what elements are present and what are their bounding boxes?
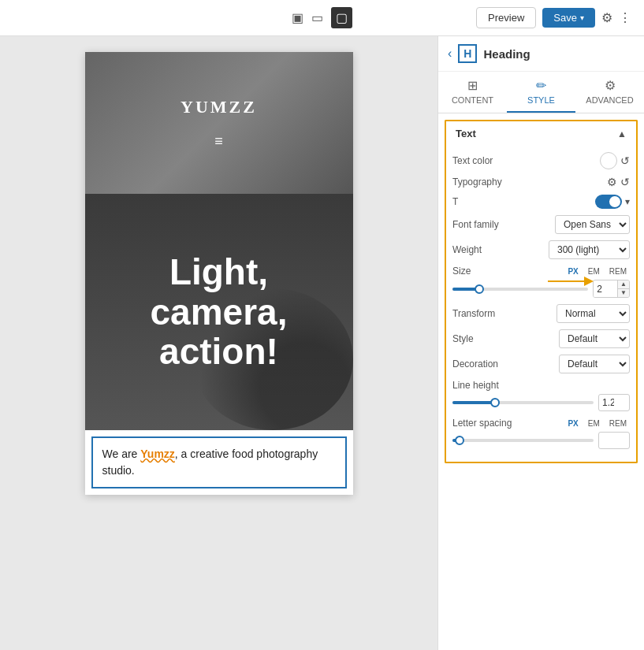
panel-tabs: ⊞ CONTENT ✏ STYLE ⚙ ADVANCED [438, 72, 644, 113]
tab-style[interactable]: ✏ STYLE [507, 72, 575, 113]
text-color-row: Text color ↺ [452, 152, 630, 169]
text-section-header: Text ▲ [445, 120, 638, 146]
section-collapse-icon[interactable]: ▲ [617, 128, 627, 139]
transform-label: Transform [452, 308, 516, 319]
canvas-area: YUMZZ ≡ Light,camera,action! We are Yumz… [0, 36, 437, 650]
ls-unit-rem[interactable]: REM [606, 418, 630, 429]
size-row-top: Size PX EM REM [452, 266, 630, 277]
unit-group: PX EM REM [564, 266, 630, 277]
style-tab-label: STYLE [527, 95, 555, 105]
preview-button[interactable]: Preview [476, 7, 536, 28]
decoration-label: Decoration [452, 358, 516, 370]
device-icons: ▣ ▭ ▢ [292, 7, 352, 28]
font-family-select[interactable]: Open Sans Arial Georgia [555, 215, 630, 234]
size-row: Size PX EM REM [452, 266, 630, 298]
letter-spacing-slider[interactable] [452, 439, 594, 442]
ls-unit-em[interactable]: EM [585, 418, 603, 429]
typography-controls: ⚙ ↺ [520, 176, 630, 188]
size-label: Size [452, 266, 516, 277]
mobile-caption: We are Yumzz, a creative food photograph… [91, 436, 347, 488]
typography-gear-icon[interactable]: ⚙ [607, 176, 617, 188]
toggle-label: T [452, 196, 516, 207]
tab-advanced[interactable]: ⚙ ADVANCED [575, 72, 644, 113]
reset-typography-icon[interactable]: ↺ [620, 176, 630, 188]
save-chevron: ▾ [580, 13, 584, 22]
panel-header: ‹ H Heading [438, 36, 644, 72]
font-family-row: Font family Open Sans Arial Georgia [452, 215, 630, 234]
settings-icon[interactable]: ⚙ [601, 10, 612, 25]
size-input-wrapper: ▲ ▼ [593, 280, 630, 298]
typography-label: Typography [452, 176, 516, 188]
color-picker[interactable] [600, 152, 617, 169]
right-controls: Preview Save ▾ ⚙ ⋮ [476, 7, 631, 28]
letter-spacing-input[interactable] [598, 432, 630, 449]
save-button[interactable]: Save ▾ [542, 8, 595, 28]
font-family-label: Font family [452, 219, 516, 230]
brand-name: Yumzz [140, 448, 175, 460]
mobile-frame: YUMZZ ≡ Light,camera,action! We are Yumz… [85, 52, 353, 495]
toggle-controls: ▾ [520, 195, 630, 209]
advanced-tab-label: ADVANCED [586, 95, 633, 105]
top-toolbar: ▣ ▭ ▢ Preview Save ▾ ⚙ ⋮ [0, 0, 644, 36]
chevron-down-icon[interactable]: ▾ [625, 196, 630, 207]
size-number-input[interactable] [594, 281, 617, 297]
tab-content[interactable]: ⊞ CONTENT [438, 72, 507, 113]
ls-unit-px[interactable]: PX [564, 418, 581, 429]
unit-em[interactable]: EM [585, 266, 603, 277]
hero-heading: Light,camera,action! [135, 236, 303, 388]
size-controls: PX EM REM [564, 266, 630, 277]
line-height-slider[interactable] [452, 401, 594, 404]
transform-select[interactable]: Normal Uppercase Lowercase [557, 304, 630, 323]
line-height-row-top: Line height [452, 380, 630, 391]
spin-up[interactable]: ▲ [618, 280, 629, 289]
transform-row: Transform Normal Uppercase Lowercase [452, 304, 630, 323]
weight-controls: 300 (light) 400 (normal) 700 (bold) [520, 240, 630, 259]
size-slider[interactable] [452, 288, 588, 291]
typography-row: Typography ⚙ ↺ [452, 176, 630, 188]
weight-label: Weight [452, 244, 516, 255]
more-icon[interactable]: ⋮ [619, 10, 631, 25]
size-row-bottom: ▲ ▼ [452, 280, 630, 298]
mobile-header: YUMZZ ≡ [85, 52, 353, 194]
unit-rem[interactable]: REM [606, 266, 630, 277]
spin-down[interactable]: ▼ [618, 289, 629, 297]
panel-content: Text ▲ Text color ↺ Typography ⚙ [438, 113, 644, 650]
font-family-controls: Open Sans Arial Georgia [520, 215, 630, 234]
weight-row: Weight 300 (light) 400 (normal) 700 (bol… [452, 240, 630, 259]
letter-spacing-row-bottom [452, 432, 630, 449]
content-tab-label: CONTENT [452, 95, 493, 105]
tablet-icon[interactable]: ▭ [311, 10, 323, 25]
mobile-icon[interactable]: ▢ [331, 7, 352, 28]
decoration-row: Decoration Default Underline None [452, 355, 630, 373]
save-label: Save [553, 12, 577, 24]
line-height-row: Line height [452, 380, 630, 411]
letter-spacing-units: PX EM REM [564, 418, 630, 429]
letter-spacing-label: Letter spacing [452, 418, 516, 429]
style-tab-icon: ✏ [536, 78, 546, 93]
text-color-controls: ↺ [520, 152, 630, 169]
hamburger-menu[interactable]: ≡ [214, 133, 223, 150]
letter-spacing-row: Letter spacing PX EM REM [452, 418, 630, 449]
main-area: YUMZZ ≡ Light,camera,action! We are Yumz… [0, 36, 644, 650]
toggle-switch[interactable] [595, 195, 622, 209]
advanced-tab-icon: ⚙ [605, 78, 616, 93]
toggle-row: T ▾ [452, 195, 630, 209]
style-select[interactable]: Default Italic Oblique [559, 329, 630, 348]
weight-select[interactable]: 300 (light) 400 (normal) 700 (bold) [549, 240, 630, 259]
size-input-spin: ▲ ▼ [593, 280, 630, 298]
decoration-select[interactable]: Default Underline None [559, 355, 630, 373]
style-row: Style Default Italic Oblique [452, 329, 630, 348]
reset-color-icon[interactable]: ↺ [620, 154, 630, 167]
unit-px[interactable]: PX [564, 266, 581, 277]
panel-title: Heading [483, 47, 530, 61]
line-height-input[interactable] [598, 394, 630, 411]
content-tab-icon: ⊞ [467, 78, 478, 93]
desktop-icon[interactable]: ▣ [292, 10, 303, 25]
letter-spacing-row-top: Letter spacing PX EM REM [452, 418, 630, 429]
line-height-row-bottom [452, 394, 630, 411]
spin-arrows: ▲ ▼ [617, 280, 629, 297]
back-button[interactable]: ‹ [448, 46, 452, 61]
mobile-hero: Light,camera,action! [85, 194, 353, 430]
heading-icon: H [458, 44, 477, 63]
site-logo: YUMZZ [181, 97, 257, 117]
